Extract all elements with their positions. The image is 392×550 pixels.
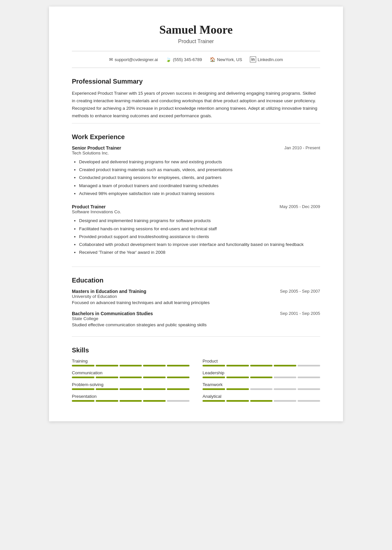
skill-segment-1-0 <box>203 365 225 366</box>
skill-segment-3-1 <box>226 377 249 378</box>
job-bullet-item: Conducted product training sessions for … <box>79 174 320 182</box>
skill-segment-7-3 <box>274 400 296 402</box>
work-experience-section: Work Experience Senior Product TrainerJa… <box>72 133 320 267</box>
resume-document: Samuel Moore Product Trainer ✉ support@c… <box>49 7 343 421</box>
job-header-0: Senior Product TrainerJan 2010 - Present <box>72 145 320 151</box>
skill-segment-1-1 <box>226 365 249 366</box>
skill-name-1: Product <box>203 359 320 364</box>
job-entry-0: Senior Product TrainerJan 2010 - Present… <box>72 145 320 198</box>
job-date-1: May 2005 - Dec 2009 <box>280 204 320 209</box>
skill-item-6: Presentation <box>72 394 189 402</box>
skill-segment-7-0 <box>203 400 225 402</box>
skill-segment-3-0 <box>203 377 225 378</box>
contact-location: 🏠 NewYork, US <box>210 57 242 62</box>
skill-segment-6-2 <box>120 400 142 402</box>
edu-degree-0: Masters in Education and Training <box>72 289 146 294</box>
job-company-0: Tech Solutions Inc. <box>72 151 320 155</box>
phone-icon: 🍃 <box>166 57 171 62</box>
email-icon: ✉ <box>109 57 113 62</box>
skill-segment-1-4 <box>298 365 320 366</box>
skill-segment-4-2 <box>120 388 142 390</box>
job-bullet-item: Managed a team of product trainers and c… <box>79 182 320 190</box>
skill-segment-4-4 <box>167 388 189 390</box>
edu-date-0: Sep 2005 - Sep 2007 <box>280 289 320 294</box>
skill-segment-7-1 <box>226 400 249 402</box>
job-title-0: Senior Product Trainer <box>72 145 121 151</box>
skill-segment-0-3 <box>143 365 166 366</box>
skill-segment-4-3 <box>143 388 166 390</box>
job-company-1: Software Innovations Co. <box>72 209 320 214</box>
edu-entry-0: Masters in Education and TrainingSep 200… <box>72 289 320 305</box>
edu-desc-1: Studied effective communication strategi… <box>72 322 320 327</box>
skill-segment-3-3 <box>274 377 296 378</box>
skill-segment-6-1 <box>96 400 118 402</box>
skill-bar-7 <box>203 400 320 402</box>
education-section: Education Masters in Education and Train… <box>72 277 320 337</box>
skill-item-3: Leadership <box>203 370 320 378</box>
skill-segment-2-3 <box>143 377 166 378</box>
location-icon: 🏠 <box>210 57 215 62</box>
skill-segment-6-4 <box>167 400 189 402</box>
skills-container: TrainingProductCommunicationLeadershipPr… <box>72 359 320 402</box>
skill-item-1: Product <box>203 359 320 366</box>
candidate-name: Samuel Moore <box>72 23 320 37</box>
skill-bar-2 <box>72 377 189 378</box>
job-bullet-item: Designed and implemented training progra… <box>79 217 320 225</box>
work-experience-title: Work Experience <box>72 133 320 141</box>
skill-segment-2-2 <box>120 377 142 378</box>
skill-name-7: Analytical <box>203 394 320 399</box>
skill-segment-5-4 <box>298 388 320 390</box>
job-entry-1: Product TrainerMay 2005 - Dec 2009Softwa… <box>72 204 320 256</box>
skill-item-0: Training <box>72 359 189 366</box>
skill-segment-3-2 <box>250 377 273 378</box>
skills-title: Skills <box>72 347 320 354</box>
skill-segment-2-4 <box>167 377 189 378</box>
skill-segment-6-0 <box>72 400 94 402</box>
skill-segment-2-0 <box>72 377 94 378</box>
education-title: Education <box>72 277 320 284</box>
edu-school-1: State College <box>72 316 320 321</box>
job-header-1: Product TrainerMay 2005 - Dec 2009 <box>72 204 320 209</box>
skill-segment-5-2 <box>250 388 273 390</box>
job-bullet-item: Facilitated hands-on training sessions f… <box>79 225 320 233</box>
skill-segment-1-2 <box>250 365 273 366</box>
location-value: NewYork, US <box>217 57 242 62</box>
contact-email: ✉ support@cvdesigner.ai <box>109 57 158 62</box>
resume-header: Samuel Moore Product Trainer <box>72 23 320 51</box>
skill-name-3: Leadership <box>203 370 320 375</box>
job-title-1: Product Trainer <box>72 204 106 209</box>
summary-title: Professional Summary <box>72 78 320 85</box>
skill-bar-0 <box>72 365 189 366</box>
skill-name-2: Communication <box>72 370 189 375</box>
skill-segment-2-1 <box>96 377 118 378</box>
skill-bar-3 <box>203 377 320 378</box>
edu-desc-0: Focused on advanced training techniques … <box>72 300 320 305</box>
job-bullets-1: Designed and implemented training progra… <box>72 217 320 256</box>
linkedin-icon: in <box>250 57 256 62</box>
candidate-title: Product Trainer <box>72 39 320 44</box>
edu-container: Masters in Education and TrainingSep 200… <box>72 289 320 327</box>
summary-section: Professional Summary Experienced Product… <box>72 78 320 123</box>
contact-phone: 🍃 (555) 345-6789 <box>166 57 202 62</box>
contact-row: ✉ support@cvdesigner.ai 🍃 (555) 345-6789… <box>72 51 320 68</box>
skill-bar-1 <box>203 365 320 366</box>
jobs-container: Senior Product TrainerJan 2010 - Present… <box>72 145 320 257</box>
edu-degree-1: Bachelors in Communication Studies <box>72 311 153 316</box>
skill-segment-7-2 <box>250 400 273 402</box>
skill-item-2: Communication <box>72 370 189 378</box>
skill-name-5: Teamwork <box>203 382 320 387</box>
edu-entry-1: Bachelors in Communication StudiesSep 20… <box>72 311 320 327</box>
skill-segment-0-1 <box>96 365 118 366</box>
skill-item-5: Teamwork <box>203 382 320 390</box>
skill-segment-7-4 <box>298 400 320 402</box>
job-bullet-item: Provided product support and troubleshoo… <box>79 233 320 241</box>
contact-linkedin: in LinkedIn.com <box>250 57 283 62</box>
skill-bar-5 <box>203 388 320 390</box>
job-bullet-item: Developed and delivered training program… <box>79 158 320 166</box>
skill-segment-0-2 <box>120 365 142 366</box>
skill-item-4: Problem-solving <box>72 382 189 390</box>
skill-segment-4-0 <box>72 388 94 390</box>
skill-segment-3-4 <box>298 377 320 378</box>
edu-header-1: Bachelors in Communication StudiesSep 20… <box>72 311 320 316</box>
email-value: support@cvdesigner.ai <box>115 57 158 62</box>
